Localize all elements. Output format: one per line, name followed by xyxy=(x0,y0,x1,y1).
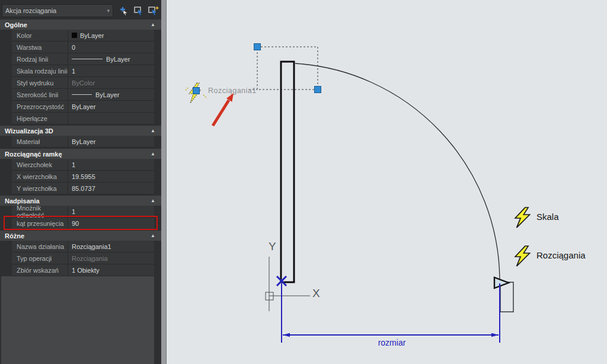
property-value[interactable]: 90 xyxy=(68,218,154,229)
property-label: Materiał xyxy=(12,136,68,147)
drawing-canvas[interactable]: Y X rozmiar Rozc xyxy=(166,0,607,364)
property-row-styl-wydruku: Styl wydrukuByColor xyxy=(12,77,154,89)
property-label: Typ operacji xyxy=(12,253,68,264)
property-label: Zbiór wskazań xyxy=(12,264,68,276)
collapse-icon[interactable]: ▲ xyxy=(151,151,155,157)
cad-application-window: Akcja rozciągania ▾ xyxy=(0,0,607,364)
property-row-przezroczysto: PrzezroczystośćByLayer xyxy=(12,101,154,113)
property-value[interactable]: 1 Obiekty xyxy=(68,264,154,276)
annotation-arrow xyxy=(213,93,234,126)
section-header-r-ne[interactable]: Różne▲ xyxy=(0,231,161,241)
property-row-rodzaj-linii: Rodzaj liniiByLayer xyxy=(12,53,154,65)
collapse-icon[interactable]: ▲ xyxy=(151,22,155,27)
property-value[interactable]: ByColor xyxy=(68,77,154,88)
panel-toolbar: Akcja rozciągania ▾ xyxy=(0,0,161,18)
quick-select-icon[interactable] xyxy=(148,5,159,16)
section-header-wizualizacja-3d[interactable]: Wizualizacja 3D▲ xyxy=(0,126,161,136)
property-value[interactable]: Rozciągania1 xyxy=(68,241,154,252)
grip-handle xyxy=(193,88,200,94)
property-label: Warstwa xyxy=(12,41,68,53)
stretch-action-label: Rozciągania xyxy=(536,250,586,260)
property-row-zbi-r-wskaza: Zbiór wskazań1 Obiekty xyxy=(12,264,154,276)
property-label: Przezroczystość xyxy=(12,101,68,112)
property-label: Wierzchołek xyxy=(12,159,68,170)
property-row-typ-operacji: Typ operacjiRozciągania xyxy=(12,253,154,264)
door-end-rectangle xyxy=(500,282,513,312)
chevron-down-icon[interactable]: ▾ xyxy=(107,8,110,14)
panel-scrollbar[interactable] xyxy=(161,0,166,364)
grip-handle xyxy=(315,87,321,93)
property-row-hiper-cze: Hiperłącze xyxy=(12,113,154,124)
property-label: Skala rodzaju linii xyxy=(12,65,68,76)
collapse-icon[interactable]: ▲ xyxy=(151,128,155,133)
property-row-x-wierzcho-ka: X wierzchołka19.5955 xyxy=(12,171,154,183)
property-label: Kolor xyxy=(12,30,68,41)
property-row-mno-nik-odleg-o: Mnożnik odległość1 xyxy=(12,206,154,218)
linetype-preview-icon xyxy=(72,59,103,59)
properties-panel: Akcja rozciągania ▾ xyxy=(0,0,161,364)
section-title: Wizualizacja 3D xyxy=(5,127,53,135)
select-window-icon[interactable] xyxy=(133,5,145,16)
property-row-wierzcho-ek: Wierzchołek1 xyxy=(12,159,154,171)
property-row-szeroko-linii: Szerokość liniiByLayer xyxy=(12,89,154,101)
color-swatch-icon xyxy=(72,33,77,38)
property-row-warstwa: Warstwa0 xyxy=(12,41,154,53)
property-row-kolor: KolorByLayer xyxy=(12,30,154,41)
property-label: Y wierzchołka xyxy=(12,183,68,194)
dimension-label: rozmiar xyxy=(378,338,406,347)
property-label: X wierzchołka xyxy=(12,171,68,182)
section-title: Ogólne xyxy=(5,21,27,28)
property-sections: Ogólne▲KolorByLayerWarstwa0Rodzaj liniiB… xyxy=(0,18,161,276)
property-row-y-wierzcho-ka: Y wierzchołka85.0737 xyxy=(12,183,154,194)
property-value[interactable]: 19.5955 xyxy=(68,171,154,182)
property-value[interactable]: 85.0737 xyxy=(68,183,154,194)
action-selector-value: Akcja rozciągania xyxy=(5,7,56,14)
collapse-icon[interactable]: ▲ xyxy=(151,198,155,203)
property-label: Rodzaj linii xyxy=(12,53,68,65)
property-value[interactable]: ByLayer xyxy=(68,101,154,112)
property-label: Szerokość linii xyxy=(12,89,68,100)
property-row-materia: MateriałByLayer xyxy=(12,136,154,148)
property-value[interactable]: Rozciągania xyxy=(68,253,154,264)
property-value[interactable]: ByLayer xyxy=(68,30,154,41)
door-swing-arc xyxy=(295,63,500,279)
section-title: Rozciągnąć ramkę xyxy=(5,151,62,158)
linetype-preview-icon xyxy=(72,94,92,95)
door-rectangle[interactable] xyxy=(281,62,294,282)
select-objects-plus-icon[interactable] xyxy=(118,5,130,16)
y-axis-label: Y xyxy=(269,240,276,253)
property-value[interactable]: 1 xyxy=(68,65,154,76)
property-label: Mnożnik odległość xyxy=(12,206,68,217)
property-label: kąt przesunięcia xyxy=(12,218,68,229)
section-title: Nadpisania xyxy=(5,197,40,205)
property-row-skala-rodzaju-linii: Skala rodzaju linii1 xyxy=(12,65,154,77)
scale-action-marker[interactable]: Skala xyxy=(515,207,559,228)
property-value[interactable]: ByLayer xyxy=(68,136,154,147)
property-label: Nazwa działania xyxy=(12,241,68,252)
property-value[interactable]: 0 xyxy=(68,41,154,53)
scale-action-label: Skala xyxy=(536,212,559,222)
x-axis-label: X xyxy=(312,287,320,299)
action-selector-dropdown[interactable]: Akcja rozciągania ▾ xyxy=(2,4,113,17)
section-header-og-lne[interactable]: Ogólne▲ xyxy=(0,20,161,30)
property-row-nazwa-dzia-ania: Nazwa działaniaRozciągania1 xyxy=(12,241,154,253)
property-value[interactable]: 1 xyxy=(68,206,154,217)
ucs-axis-marker xyxy=(266,257,310,311)
arc-arrowhead-icon xyxy=(494,277,509,288)
section-title: Różne xyxy=(5,232,24,240)
stretch-action-marker[interactable]: Rozciągania xyxy=(515,246,586,266)
property-label: Styl wydruku xyxy=(12,77,68,88)
grip-handle xyxy=(254,44,261,50)
panel-empty-area xyxy=(1,276,154,364)
selection-toolbar xyxy=(118,5,159,16)
action-ghost-label: Rozciągania1 xyxy=(208,87,257,95)
property-value[interactable] xyxy=(68,113,154,124)
property-label: Hiperłącze xyxy=(12,113,68,124)
collapse-icon[interactable]: ▲ xyxy=(151,233,155,238)
section-header-rozci-gn-ramk[interactable]: Rozciągnąć ramkę▲ xyxy=(0,149,161,159)
stretch-frame-dashed-rect xyxy=(249,47,318,90)
property-row-k-t-przesuni-cia: kąt przesunięcia90 xyxy=(12,218,154,229)
property-value[interactable]: ByLayer xyxy=(68,89,154,100)
property-value[interactable]: ByLayer xyxy=(68,53,154,65)
property-value[interactable]: 1 xyxy=(68,159,154,170)
